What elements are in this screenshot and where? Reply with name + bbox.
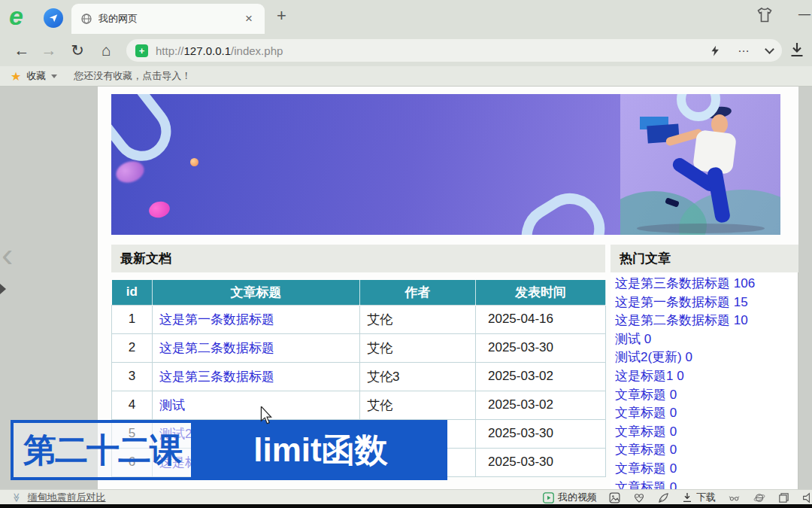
cell-author: 艾伦 <box>360 305 476 333</box>
boost-button[interactable] <box>657 491 670 504</box>
article-link[interactable]: 测试 <box>159 398 185 412</box>
volume-button[interactable] <box>801 491 812 504</box>
window-layout-button[interactable] <box>777 491 790 504</box>
latest-docs-header: 最新文档 <box>111 245 605 272</box>
back-button[interactable]: ← <box>9 34 35 66</box>
hot-article-link[interactable]: 这是标题1 0 <box>615 369 684 383</box>
paperclip-icon <box>111 94 183 172</box>
hot-article-link[interactable]: 这是第二条数据标题 10 <box>615 313 748 327</box>
cell-id: 1 <box>112 305 153 333</box>
status-toolbar: 我的视频 <box>542 490 812 505</box>
decor-dot <box>190 158 198 166</box>
decor-dot <box>114 158 147 186</box>
new-tab-button[interactable]: + <box>277 6 286 26</box>
lesson-number-text: 第二十二课 <box>23 428 181 473</box>
ground-shadow <box>637 224 765 233</box>
download-label: 下载 <box>696 491 716 504</box>
article-link[interactable]: 这是第三条数据标题 <box>159 370 274 384</box>
favorites-caret-icon[interactable] <box>51 75 57 78</box>
minimize-button[interactable]: — <box>798 8 810 21</box>
lesson-topic-text: limit函数 <box>253 428 387 473</box>
col-header-title: 文章标题 <box>153 280 360 305</box>
favorites-label[interactable]: 收藏 <box>26 69 46 83</box>
cell-title: 这是第一条数据标题 <box>153 305 360 333</box>
table-header-row: id 文章标题 作者 发表时间 <box>112 280 606 305</box>
hot-news-link[interactable]: 缅甸地震前后对比 <box>28 491 106 504</box>
hot-article-link[interactable]: 文章标题 0 <box>615 480 677 489</box>
ie-compat-button[interactable] <box>753 491 766 504</box>
ie-logo-icon <box>753 491 766 504</box>
health-mode-button[interactable] <box>632 491 646 504</box>
window-layout-icon <box>777 491 790 504</box>
decor-dot <box>147 199 171 220</box>
downloads-button[interactable] <box>788 40 806 59</box>
incognito-button[interactable] <box>727 492 741 503</box>
reload-button[interactable]: ↻ <box>65 34 90 66</box>
image-icon <box>608 491 621 504</box>
hot-articles-title: 热门文章 <box>620 250 671 267</box>
hot-article-link[interactable]: 这是第一条数据标题 15 <box>615 295 748 309</box>
vertical-scrollbar[interactable] <box>798 87 812 489</box>
screenshot-button[interactable] <box>608 491 621 504</box>
hot-list-item: 文章标题 0 <box>615 441 798 460</box>
home-button[interactable]: ⌂ <box>93 34 119 66</box>
theme-skin-icon[interactable] <box>756 6 774 24</box>
import-bookmarks-hint[interactable]: 您还没有收藏，点击导入！ <box>74 69 191 83</box>
forward-button[interactable]: → <box>36 34 62 66</box>
cell-id: 4 <box>112 391 153 419</box>
news-chevrons-icon[interactable]: ≫ <box>11 492 22 502</box>
flash-lightning-icon[interactable] <box>710 44 721 57</box>
col-header-date: 发表时间 <box>476 280 606 305</box>
lesson-number-overlay: 第二十二课 <box>11 420 194 480</box>
hot-list-item: 文章标题 0 <box>615 386 798 405</box>
hot-articles-header: 热门文章 <box>611 245 798 272</box>
hot-list-item: 这是第一条数据标题 15 <box>615 294 798 312</box>
col-header-id: id <box>112 280 153 305</box>
security-shield-icon[interactable]: + <box>135 44 148 57</box>
user-account-icon[interactable] <box>44 8 63 28</box>
status-bar: ≫ 缅甸地震前后对比 我的视频 <box>0 489 812 504</box>
browser-logo-icon[interactable]: e <box>9 2 23 31</box>
browser-tab[interactable]: 我的网页 × <box>71 4 265 34</box>
hot-article-link[interactable]: 文章标题 0 <box>615 461 677 476</box>
hot-list-item: 这是第二条数据标题 10 <box>615 312 798 330</box>
cell-date: 2025-03-30 <box>476 419 606 448</box>
side-panel-collapse-icon[interactable]: ‹ <box>2 237 13 272</box>
paper-plane-icon <box>48 13 59 23</box>
cell-date: 2025-04-16 <box>476 305 606 333</box>
cell-author: 艾伦 <box>360 333 476 362</box>
bookmarks-bar: ★ 收藏 您还没有收藏，点击导入！ <box>0 66 812 87</box>
hot-article-link[interactable]: 这是第三条数据标题 106 <box>615 276 755 291</box>
hot-article-link[interactable]: 文章标题 0 <box>615 443 677 457</box>
download-icon <box>681 491 693 503</box>
hot-list-item: 文章标题 0 <box>615 479 798 489</box>
address-bar[interactable]: + http://127.0.0.1/index.php … <box>126 39 782 62</box>
hot-article-link[interactable]: 文章标题 0 <box>615 388 677 402</box>
glasses-icon <box>727 492 741 503</box>
edge-arrow-icon[interactable] <box>0 284 6 294</box>
cell-title: 这是第二条数据标题 <box>153 333 360 362</box>
article-link[interactable]: 这是第二条数据标题 <box>159 341 274 355</box>
hot-article-link[interactable]: 文章标题 0 <box>615 406 677 420</box>
hot-list-item: 测试2(更新) 0 <box>615 348 798 367</box>
cell-date: 2025-03-30 <box>476 448 606 476</box>
url-scheme: http:// <box>156 44 184 57</box>
cell-author: 艾伦 <box>360 391 476 419</box>
hot-list-item: 这是第三条数据标题 106 <box>615 275 798 294</box>
hot-article-link[interactable]: 文章标题 0 <box>615 424 677 439</box>
lesson-topic-overlay: limit函数 <box>194 420 447 480</box>
rocket-icon <box>657 491 670 504</box>
chevron-down-icon[interactable] <box>766 49 773 53</box>
download-manager-button[interactable]: 下载 <box>681 491 716 504</box>
star-icon[interactable]: ★ <box>11 69 21 84</box>
hot-article-link[interactable]: 测试 0 <box>615 332 651 346</box>
hot-article-link[interactable]: 测试2(更新) 0 <box>615 350 692 364</box>
article-link[interactable]: 这是第一条数据标题 <box>159 312 274 327</box>
cell-title: 这是第三条数据标题 <box>153 362 360 391</box>
cell-id: 2 <box>112 333 153 362</box>
play-video-icon <box>542 491 555 504</box>
my-videos-button[interactable]: 我的视频 <box>542 491 597 504</box>
more-menu-icon[interactable]: … <box>738 41 750 55</box>
tab-close-icon[interactable]: × <box>242 11 256 26</box>
cell-date: 2025-03-02 <box>476 391 606 419</box>
